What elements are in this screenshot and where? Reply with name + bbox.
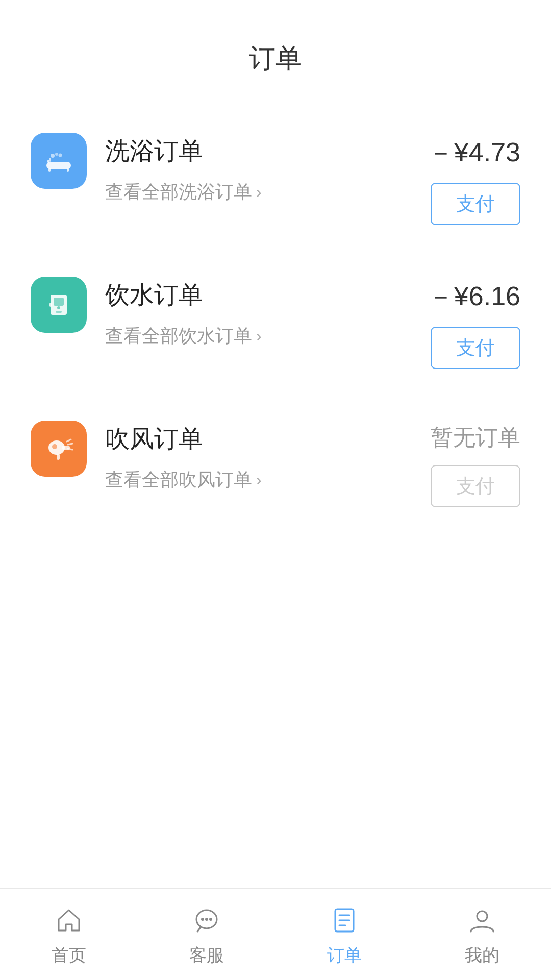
order-item-bath: 洗浴订单 查看全部洗浴订单 › －¥4.73 支付 — [31, 107, 520, 251]
nav-home-label: 首页 — [52, 944, 86, 967]
svg-point-5 — [59, 154, 62, 157]
svg-rect-1 — [47, 160, 49, 163]
nav-orders-label: 订单 — [327, 944, 362, 967]
svg-rect-15 — [57, 454, 60, 460]
order-item-hairdryer: 吹风订单 查看全部吹风订单 › 暂无订单 支付 — [31, 395, 520, 533]
svg-rect-11 — [56, 311, 62, 313]
bath-pay-button[interactable]: 支付 — [431, 183, 520, 225]
water-order-link[interactable]: 查看全部饮水订单 › — [105, 324, 428, 349]
bath-order-right: －¥4.73 支付 — [428, 133, 520, 225]
nav-mine[interactable]: 我的 — [413, 902, 551, 967]
svg-point-10 — [57, 306, 60, 309]
svg-line-17 — [67, 439, 71, 442]
svg-rect-0 — [46, 162, 71, 169]
home-icon — [51, 902, 87, 939]
nav-orders[interactable]: 订单 — [276, 902, 413, 967]
hairdryer-icon — [31, 421, 87, 477]
water-pay-button[interactable]: 支付 — [431, 327, 520, 369]
svg-point-23 — [209, 918, 212, 921]
svg-point-4 — [55, 153, 58, 156]
hairdryer-order-name: 吹风订单 — [105, 423, 431, 455]
hairdryer-pay-button[interactable]: 支付 — [431, 465, 520, 507]
svg-rect-2 — [49, 158, 51, 162]
bath-icon — [31, 133, 87, 189]
water-order-right: －¥6.16 支付 — [428, 277, 520, 369]
water-order-info: 饮水订单 查看全部饮水订单 › — [87, 277, 428, 349]
svg-point-16 — [52, 444, 57, 449]
svg-point-22 — [205, 918, 208, 921]
order-list: 洗浴订单 查看全部洗浴订单 › －¥4.73 支付 饮水订单 — [0, 107, 551, 533]
svg-line-18 — [68, 444, 72, 445]
nav-mine-label: 我的 — [465, 944, 499, 967]
hairdryer-order-amount: 暂无订单 — [431, 423, 520, 453]
hairdryer-order-right: 暂无订单 支付 — [431, 421, 520, 507]
nav-home[interactable]: 首页 — [0, 902, 138, 967]
orders-icon — [326, 902, 363, 939]
service-icon — [188, 902, 225, 939]
nav-service-label: 客服 — [189, 944, 224, 967]
svg-rect-12 — [49, 303, 52, 307]
bath-order-amount: －¥4.73 — [428, 135, 520, 170]
bottom-nav: 首页 客服 订单 — [0, 888, 551, 980]
bath-order-name: 洗浴订单 — [105, 135, 428, 167]
svg-point-3 — [51, 154, 55, 158]
hairdryer-order-link[interactable]: 查看全部吹风订单 › — [105, 468, 431, 493]
svg-rect-6 — [48, 168, 51, 172]
water-icon — [31, 277, 87, 333]
svg-line-19 — [68, 449, 72, 450]
svg-rect-7 — [67, 168, 69, 172]
bath-order-info: 洗浴订单 查看全部洗浴订单 › — [87, 133, 428, 205]
svg-rect-9 — [54, 298, 64, 306]
svg-point-21 — [201, 918, 204, 921]
mine-icon — [464, 902, 500, 939]
water-order-amount: －¥6.16 — [428, 279, 520, 314]
bath-order-link[interactable]: 查看全部洗浴订单 › — [105, 180, 428, 205]
page-title: 订单 — [0, 0, 551, 107]
water-order-name: 饮水订单 — [105, 279, 428, 311]
hairdryer-order-info: 吹风订单 查看全部吹风订单 › — [87, 421, 431, 493]
nav-service[interactable]: 客服 — [138, 902, 276, 967]
order-item-water: 饮水订单 查看全部饮水订单 › －¥6.16 支付 — [31, 251, 520, 395]
svg-point-28 — [477, 911, 487, 921]
